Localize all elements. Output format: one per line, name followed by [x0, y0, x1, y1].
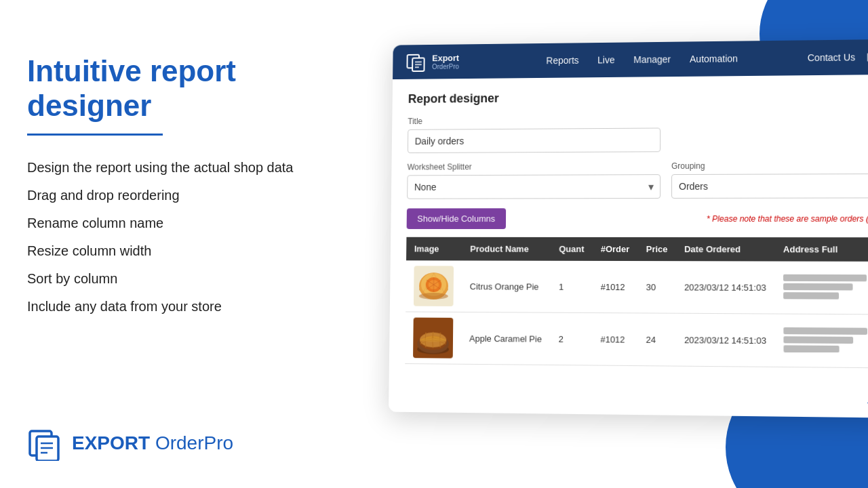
toolbar-row: Show/Hide Columns * Please note that the… — [407, 208, 868, 229]
grouping-input[interactable] — [671, 174, 868, 199]
nav-logo-text-block: Export OrderPro — [432, 53, 459, 70]
grouping-group: Grouping — [671, 161, 868, 199]
browser-window: Export OrderPro Reports Live Manager Aut… — [389, 39, 868, 418]
cell-date-2: 2023/03/12 14:51:03 — [676, 313, 775, 367]
form-row: Worksheet Splitter None ▾ Grouping — [407, 161, 868, 199]
worksheet-select[interactable]: None — [407, 174, 660, 199]
feature-list: Design the report using the actual shop … — [27, 160, 359, 327]
logo-text: EXPORT OrderPro — [72, 432, 233, 454]
blurred-address-line3 — [783, 292, 839, 300]
main-heading: Intuitive report designer — [27, 54, 359, 123]
nav-link-automation[interactable]: Automation — [690, 53, 738, 64]
nav-link-reports[interactable]: Reports — [546, 55, 578, 66]
nav-contact[interactable]: Contact Us — [808, 52, 855, 63]
orange-pie-svg — [414, 266, 453, 306]
nav-logo: Export OrderPro — [406, 51, 459, 73]
cell-date-1: 2023/03/12 14:51:03 — [676, 261, 775, 314]
col-price: Price — [638, 237, 676, 261]
nav-logo-sub: OrderPro — [432, 63, 459, 70]
feature-item: Design the report using the actual shop … — [27, 160, 359, 176]
title-section: Title — [408, 113, 868, 153]
left-panel: Intuitive report designer Design the rep… — [0, 0, 387, 488]
blurred-address-line1 — [783, 274, 867, 281]
feature-item: Rename column name — [27, 216, 359, 231]
data-table: Image Product Name Quant #Order Price Da… — [405, 237, 868, 368]
sample-note: * Please note that these are sample orde… — [707, 214, 868, 223]
export-label: EXPORT — [72, 432, 150, 453]
content-area: Report designer Title Worksheet Splitter… — [389, 75, 868, 418]
nav-link-manager[interactable]: Manager — [633, 54, 671, 65]
blurred-address-line3 — [784, 345, 840, 352]
nav-logo-name: Export — [432, 53, 459, 64]
cell-address-1 — [775, 261, 868, 314]
cell-qty-1: 1 — [551, 261, 593, 313]
title-input[interactable] — [408, 127, 660, 153]
brand-logo: EXPORT OrderPro — [27, 426, 359, 461]
blurred-address-line1 — [783, 327, 867, 334]
report-designer-title: Report designer — [408, 88, 868, 106]
cell-image — [406, 260, 462, 312]
feature-item: Resize column width — [27, 243, 359, 259]
nav-bar: Export OrderPro Reports Live Manager Aut… — [393, 39, 868, 79]
cell-image — [405, 312, 461, 364]
table-row: Citrus Orange Pie 1 #1012 30 2023/03/12 … — [406, 260, 868, 314]
cell-address-2 — [775, 314, 868, 368]
feature-item: Drag and drop reordering — [27, 188, 359, 203]
table-header-row: Image Product Name Quant #Order Price Da… — [406, 237, 868, 262]
cell-product-name-2: Apple Caramel Pie — [461, 312, 551, 365]
table-row: Apple Caramel Pie 2 #1012 24 2023/03/12 … — [405, 312, 868, 368]
col-address: Address Full — [775, 237, 868, 262]
orderpro-label: OrderPro — [150, 432, 233, 453]
cell-order-2: #1012 — [592, 313, 637, 366]
worksheet-select-wrapper: None ▾ — [407, 174, 660, 199]
heading-underline — [27, 134, 163, 136]
cell-price-1: 30 — [637, 261, 675, 313]
title-label: Title — [408, 113, 868, 126]
blurred-address-line2 — [783, 283, 853, 290]
nav-logo-icon — [406, 52, 427, 73]
apple-pie-svg — [414, 318, 452, 357]
feature-item: Include any data from your store — [27, 299, 359, 314]
col-quantity: Quant — [551, 237, 593, 261]
col-order-num: #Order — [593, 237, 638, 261]
nav-links: Reports Live Manager Automation — [479, 52, 808, 66]
col-date-ordered: Date Ordered — [676, 237, 775, 261]
grouping-label: Grouping — [671, 161, 868, 171]
logo-icon — [27, 426, 62, 461]
col-image: Image — [406, 237, 462, 261]
cell-price-2: 24 — [637, 313, 676, 366]
blurred-address-line2 — [783, 336, 853, 344]
show-hide-columns-button[interactable]: Show/Hide Columns — [407, 208, 506, 229]
worksheet-group: Worksheet Splitter None ▾ — [407, 161, 660, 199]
worksheet-label: Worksheet Splitter — [408, 161, 661, 171]
nav-right: Contact Us ⊞ — [808, 49, 868, 65]
cell-order-1: #1012 — [592, 261, 637, 313]
cell-product-name-1: Citrus Orange Pie — [462, 260, 551, 312]
nav-link-live[interactable]: Live — [597, 54, 614, 65]
product-image-apple-pie — [413, 317, 453, 358]
cell-qty-2: 2 — [550, 312, 592, 365]
col-product-name: Product Name — [462, 237, 551, 261]
feature-item: Sort by column — [27, 271, 359, 287]
product-image-orange-pie — [414, 266, 454, 306]
